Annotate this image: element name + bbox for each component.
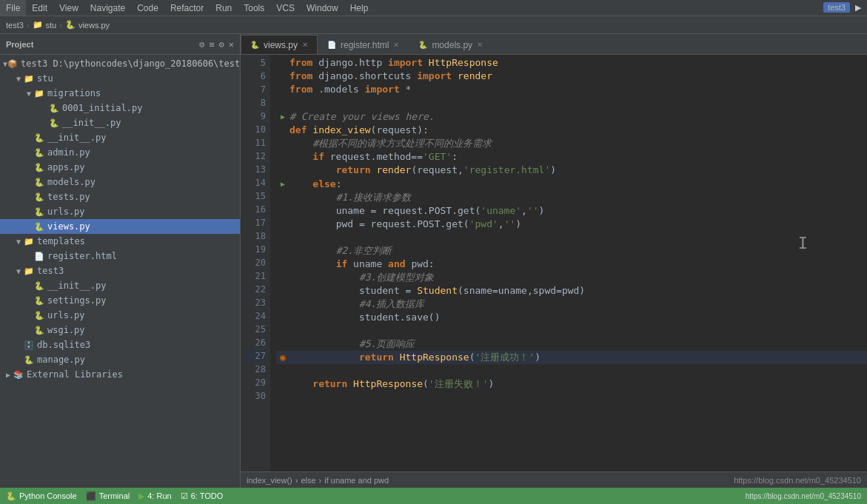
tree-item-ext-libs[interactable]: ▶ 📚 External Libraries: [0, 367, 240, 382]
py-icon: 🐍: [34, 178, 44, 187]
code-line-27: ◉ return HttpResponse('注册成功！'): [276, 351, 867, 364]
close-icon[interactable]: ✕: [229, 39, 234, 50]
tree-item-init1[interactable]: 🐍 __init__.py: [0, 115, 240, 130]
tab-label: register.html: [341, 40, 389, 50]
run-item[interactable]: ▶ 4: Run: [138, 491, 171, 501]
code-line-21: #3.创建模型对象: [276, 271, 867, 284]
tab-models-py[interactable]: 🐍 models.py ✕: [409, 35, 492, 54]
code-content[interactable]: from django.http import HttpResponse fro…: [270, 55, 867, 471]
tab-label: models.py: [432, 40, 472, 50]
tab-bar: 🐍 views.py ✕ 📄 register.html ✕ 🐍 models.…: [241, 34, 867, 55]
watermark-status: https://blog.csdn.net/m0_45234510: [746, 492, 861, 500]
code-line-22: student = Student(sname=uname,spwd=pwd): [276, 284, 867, 298]
menu-help[interactable]: Help: [344, 0, 375, 16]
tab-close[interactable]: ✕: [302, 41, 308, 49]
folder-icon: 📁: [24, 266, 34, 276]
tree-item-urls-test3[interactable]: 🐍 urls.py: [0, 308, 240, 323]
arrow-icon: ▼: [13, 267, 24, 275]
arrow-icon: ▶: [3, 371, 13, 379]
layout-icon[interactable]: ≡: [209, 39, 214, 50]
menu-file[interactable]: File: [0, 0, 26, 16]
tree-label: migrations: [47, 88, 101, 98]
bp-area: ▶: [276, 177, 289, 191]
tab-views-py[interactable]: 🐍 views.py ✕: [241, 35, 318, 54]
html-icon: 📄: [34, 252, 44, 261]
tree-item-stu[interactable]: ▼ 📁 stu: [0, 71, 240, 86]
breadcrumb-views[interactable]: views.py: [78, 21, 110, 30]
code-line-26: #5.页面响应: [276, 337, 867, 351]
tree-label: apps.py: [47, 162, 85, 172]
tree-item-init2[interactable]: 🐍 __init__.py: [0, 130, 240, 145]
tab-close[interactable]: ✕: [393, 41, 399, 49]
code-line-9: ▶ # Create your views here.: [276, 110, 867, 124]
tree-item-manage[interactable]: 🐍 manage.py: [0, 352, 240, 367]
menu-navigate[interactable]: Navigate: [84, 0, 131, 16]
code-line-17: pwd = request.POST.get('pwd',''): [276, 218, 867, 231]
tree-item-admin[interactable]: 🐍 admin.py: [0, 145, 240, 160]
tab-py-icon: 🐍: [250, 41, 259, 49]
menu-code[interactable]: Code: [131, 0, 164, 16]
project-icon: 📦: [7, 59, 18, 69]
menu-tools[interactable]: Tools: [238, 0, 270, 16]
tree-item-0001[interactable]: 🐍 0001_initial.py: [0, 101, 240, 115]
tree-item-test3-folder[interactable]: ▼ 📁 test3: [0, 263, 240, 278]
tree-item-views[interactable]: 🐍 views.py: [0, 219, 240, 234]
code-line-7: from .models import *: [276, 83, 867, 96]
main-area: Project ⚙ ≡ ⚙ ✕ ▼ 📦 test3 D:\pythoncodes…: [0, 34, 867, 488]
python-console-item[interactable]: 🐍 Python Console: [6, 491, 77, 501]
breadcrumb-test3[interactable]: test3: [6, 21, 24, 30]
menu-run[interactable]: Run: [210, 0, 238, 16]
py-icon: 🐍: [49, 118, 59, 128]
tree-item-wsgi[interactable]: 🐍 wsgi.py: [0, 323, 240, 337]
python-icon: 🐍: [6, 491, 16, 501]
code-editor[interactable]: 5 6 7 8 9 10 11 12 13 14 15 16 17 18 19 …: [241, 55, 867, 471]
tree-label: test3 D:\pythoncodes\django_20180606\tes…: [21, 58, 240, 69]
project-selector[interactable]: test3 ▶: [817, 3, 867, 13]
tab-close[interactable]: ✕: [477, 41, 483, 49]
todo-label: 6: TODO: [191, 491, 224, 500]
menu-view[interactable]: View: [53, 0, 84, 16]
sync-icon[interactable]: ⚙: [199, 39, 204, 50]
tree-item-test3-root[interactable]: ▼ 📦 test3 D:\pythoncodes\django_20180606…: [0, 56, 240, 71]
breadcrumb-stu[interactable]: stu: [46, 21, 57, 30]
todo-icon: ☑: [181, 491, 188, 501]
tree-item-models[interactable]: 🐍 models.py: [0, 175, 240, 189]
tree-item-templates[interactable]: ▼ 📁 templates: [0, 234, 240, 249]
status-bar: 🐍 Python Console ⬛ Terminal ▶ 4: Run ☑ 6…: [0, 488, 867, 504]
py-icon: 🐍: [34, 148, 44, 158]
menu-vcs[interactable]: VCS: [270, 0, 301, 16]
bottom-bc-if: if uname and pwd: [324, 476, 389, 485]
tree-item-migrations[interactable]: ▼ 📁 migrations: [0, 86, 240, 101]
tree-item-init3[interactable]: 🐍 __init__.py: [0, 278, 240, 293]
code-line-5: from django.http import HttpResponse: [276, 56, 867, 70]
tree-item-tests[interactable]: 🐍 tests.py: [0, 189, 240, 204]
breadcrumb-folder-icon: 📁: [33, 20, 43, 30]
tree-label: urls.py: [47, 206, 85, 217]
tree-item-settings[interactable]: 🐍 settings.py: [0, 293, 240, 308]
tree-item-urls-stu[interactable]: 🐍 urls.py: [0, 204, 240, 219]
tab-register-html[interactable]: 📄 register.html ✕: [318, 35, 409, 54]
tree-item-apps[interactable]: 🐍 apps.py: [0, 160, 240, 175]
settings-icon[interactable]: ⚙: [219, 39, 224, 50]
sidebar-tree: ▼ 📦 test3 D:\pythoncodes\django_20180606…: [0, 55, 240, 488]
sidebar-title: Project: [6, 40, 33, 49]
tree-label: models.py: [47, 177, 96, 187]
tree-item-db[interactable]: 🗄️ db.sqlite3: [0, 337, 240, 352]
todo-item[interactable]: ☑ 6: TODO: [181, 491, 224, 501]
menu-edit[interactable]: Edit: [26, 0, 53, 16]
sidebar: Project ⚙ ≡ ⚙ ✕ ▼ 📦 test3 D:\pythoncodes…: [0, 34, 241, 488]
menu-refactor[interactable]: Refactor: [164, 0, 210, 16]
tree-label: External Libraries: [27, 369, 123, 380]
bottom-bc-sep2: ›: [319, 476, 322, 485]
code-line-14: ▶ else:: [276, 177, 867, 191]
tree-label: urls.py: [47, 310, 85, 320]
tree-label: __init__.py: [47, 132, 106, 143]
terminal-item[interactable]: ⬛ Terminal: [86, 491, 130, 501]
code-line-29: return HttpResponse('注册失败！'): [276, 377, 867, 391]
tree-item-register-html[interactable]: 📄 register.html: [0, 249, 240, 263]
arrow-icon: ▼: [13, 238, 24, 246]
tab-html-icon: 📄: [327, 41, 336, 49]
menu-window[interactable]: Window: [301, 0, 344, 16]
code-line-25: [276, 324, 867, 337]
bp-area: ▶: [276, 110, 289, 124]
